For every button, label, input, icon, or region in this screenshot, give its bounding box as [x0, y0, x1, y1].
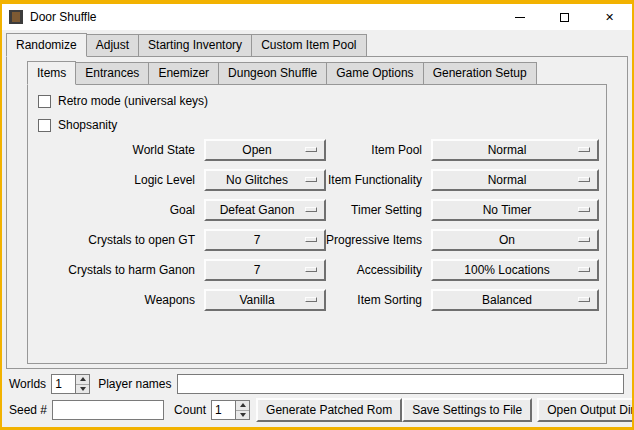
tab-game-options[interactable]: Game Options — [327, 62, 423, 85]
dropdown-indicator-icon — [578, 237, 590, 242]
progressive-items-label: Progressive Items — [326, 233, 431, 247]
randomize-panel: Items Entrances Enemizer Dungeon Shuffle… — [6, 56, 628, 369]
minimize-icon — [515, 17, 525, 18]
crystals-ganon-dropdown[interactable]: 7 — [204, 259, 326, 281]
progressive-items-dropdown[interactable]: On — [431, 229, 599, 251]
tab-custom-item-pool[interactable]: Custom Item Pool — [252, 34, 366, 57]
tab-enemizer[interactable]: Enemizer — [149, 62, 219, 85]
open-output-directory-button[interactable]: Open Output Directory — [537, 398, 634, 422]
dropdown-indicator-icon — [578, 267, 590, 272]
crystals-gt-dropdown[interactable]: 7 — [204, 229, 326, 251]
dropdown-indicator-icon — [578, 207, 590, 212]
item-functionality-dropdown[interactable]: Normal — [431, 169, 599, 191]
shopsanity-checkbox-row[interactable]: Shopsanity — [38, 113, 598, 137]
dropdown-indicator-icon — [305, 237, 317, 242]
close-icon: ✕ — [605, 12, 614, 23]
minimize-button[interactable] — [497, 4, 542, 30]
items-panel: Retro mode (universal keys) Shopsanity W… — [27, 84, 607, 364]
tab-items[interactable]: Items — [27, 61, 76, 85]
window-controls: ✕ — [497, 4, 632, 30]
dropdown-indicator-icon — [305, 147, 317, 152]
crystals-gt-label: Crystals to open GT — [36, 233, 204, 247]
goal-label: Goal — [36, 203, 204, 217]
worlds-spin-buttons — [75, 374, 90, 394]
seed-input[interactable] — [52, 400, 164, 420]
dropdown-indicator-icon — [305, 297, 317, 302]
item-pool-dropdown[interactable]: Normal — [431, 139, 599, 161]
dropdown-value: Vanilla — [239, 293, 290, 307]
window-title: Door Shuffle — [30, 10, 97, 24]
dropdown-value: 100% Locations — [464, 263, 565, 277]
spin-down-icon[interactable] — [76, 385, 89, 394]
dropdown-indicator-icon — [305, 177, 317, 182]
dropdown-value: 7 — [254, 263, 277, 277]
dropdown-indicator-icon — [305, 267, 317, 272]
goal-dropdown[interactable]: Defeat Ganon — [204, 199, 326, 221]
item-functionality-label: Item Functionality — [326, 173, 431, 187]
dropdown-value: Defeat Ganon — [220, 203, 311, 217]
maximize-icon — [560, 13, 569, 22]
close-button[interactable]: ✕ — [587, 4, 632, 30]
count-spinbox — [211, 400, 250, 420]
world-state-dropdown[interactable]: Open — [204, 139, 326, 161]
item-sorting-label: Item Sorting — [326, 293, 431, 307]
worlds-row: Worlds Player names — [4, 374, 630, 394]
window: Door Shuffle ✕ Randomize Adjust Starting… — [0, 0, 634, 430]
retro-mode-label: Retro mode (universal keys) — [58, 94, 208, 108]
generate-patched-rom-button[interactable]: Generate Patched Rom — [256, 398, 402, 422]
crystals-ganon-label: Crystals to harm Ganon — [36, 263, 204, 277]
dropdown-value: Normal — [488, 173, 543, 187]
dropdown-value: On — [499, 233, 531, 247]
dropdown-value: No Glitches — [226, 173, 304, 187]
tab-dungeon-shuffle[interactable]: Dungeon Shuffle — [219, 62, 327, 85]
tab-starting-inventory[interactable]: Starting Inventory — [139, 34, 252, 57]
spin-up-icon[interactable] — [236, 401, 249, 411]
timer-setting-label: Timer Setting — [326, 203, 431, 217]
title-bar: Door Shuffle ✕ — [2, 4, 632, 30]
count-spin-buttons — [235, 400, 250, 420]
dropdown-indicator-icon — [578, 177, 590, 182]
app-icon — [9, 10, 23, 24]
dropdown-value: Normal — [488, 143, 543, 157]
retro-mode-checkbox-row[interactable]: Retro mode (universal keys) — [38, 89, 598, 113]
logic-level-dropdown[interactable]: No Glitches — [204, 169, 326, 191]
item-pool-label: Item Pool — [326, 143, 431, 157]
spin-up-icon[interactable] — [76, 375, 89, 385]
retro-mode-checkbox[interactable] — [38, 95, 51, 108]
weapons-dropdown[interactable]: Vanilla — [204, 289, 326, 311]
dropdown-indicator-icon — [578, 297, 590, 302]
save-settings-button[interactable]: Save Settings to File — [402, 398, 532, 422]
seed-label: Seed # — [9, 403, 47, 417]
dropdown-value: 7 — [254, 233, 277, 247]
seed-row: Seed # Count Generate Patched Rom Save S… — [4, 398, 630, 422]
inner-tab-bar: Items Entrances Enemizer Dungeon Shuffle… — [27, 61, 627, 84]
shopsanity-label: Shopsanity — [58, 118, 117, 132]
dropdown-indicator-icon — [578, 147, 590, 152]
dropdown-value: Open — [242, 143, 287, 157]
player-names-label: Player names — [98, 377, 171, 391]
options-grid: World State Open Item Pool Normal Logic … — [36, 139, 598, 311]
dropdown-value: No Timer — [483, 203, 548, 217]
spin-down-icon[interactable] — [236, 411, 249, 420]
outer-tab-bar: Randomize Adjust Starting Inventory Cust… — [6, 33, 632, 56]
worlds-spinbox — [51, 374, 90, 394]
logic-level-label: Logic Level — [36, 173, 204, 187]
accessibility-dropdown[interactable]: 100% Locations — [431, 259, 599, 281]
weapons-label: Weapons — [36, 293, 204, 307]
tab-entrances[interactable]: Entrances — [76, 62, 149, 85]
player-names-input[interactable] — [177, 374, 625, 394]
item-sorting-dropdown[interactable]: Balanced — [431, 289, 599, 311]
count-label: Count — [174, 403, 206, 417]
tab-adjust[interactable]: Adjust — [87, 34, 139, 57]
world-state-label: World State — [36, 143, 204, 157]
worlds-input[interactable] — [51, 374, 75, 394]
tab-randomize[interactable]: Randomize — [6, 33, 87, 57]
shopsanity-checkbox[interactable] — [38, 119, 51, 132]
worlds-label: Worlds — [9, 377, 46, 391]
dropdown-value: Balanced — [482, 293, 548, 307]
dropdown-indicator-icon — [305, 207, 317, 212]
tab-generation-setup[interactable]: Generation Setup — [424, 62, 537, 85]
timer-setting-dropdown[interactable]: No Timer — [431, 199, 599, 221]
maximize-button[interactable] — [542, 4, 587, 30]
count-input[interactable] — [211, 400, 235, 420]
